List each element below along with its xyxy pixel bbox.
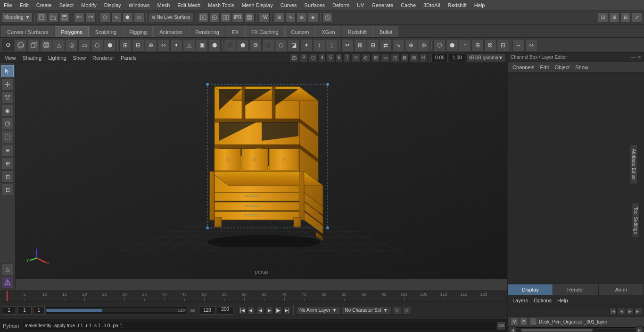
vertex-normals-btn[interactable]: ⊞ xyxy=(471,39,484,51)
paint-btn[interactable]: ⬢ xyxy=(123,12,133,23)
render-preview-btn[interactable] xyxy=(198,12,208,23)
cb-menu-object[interactable]: Object xyxy=(553,64,571,71)
marquee-btn[interactable]: ▭ xyxy=(134,12,144,23)
film-gate-btn[interactable]: ⊞ xyxy=(372,54,380,62)
step-fwd-btn[interactable]: |▶ xyxy=(274,306,282,315)
layer-playback-btn[interactable]: P xyxy=(520,318,528,325)
target-weld-btn[interactable]: ⊕ xyxy=(405,39,417,51)
tab-custom[interactable]: Custom xyxy=(285,26,315,37)
scroll-thumb[interactable] xyxy=(521,329,593,332)
viewport-menu-show[interactable]: Show xyxy=(70,54,89,62)
open-scene-btn[interactable] xyxy=(48,12,58,23)
extrude-btn[interactable]: ⬛ xyxy=(224,39,236,51)
mirror-poly-btn[interactable]: ↔ xyxy=(512,39,525,51)
lasso-btn[interactable]: ∿ xyxy=(111,12,122,23)
isolate-sel-btn[interactable]: ⊙ xyxy=(352,54,360,62)
tab-rigging[interactable]: Rigging xyxy=(123,26,153,37)
play-fwd-btn[interactable]: ▶ xyxy=(265,306,273,315)
plane-btn[interactable]: ▭ xyxy=(78,39,91,51)
redo-btn[interactable] xyxy=(85,12,96,23)
menu-modify[interactable]: Modify xyxy=(77,1,100,9)
quadrangulate-btn[interactable]: ▣ xyxy=(196,39,208,51)
end-frame-input[interactable] xyxy=(199,306,215,315)
layer-nav-last[interactable]: ▶| xyxy=(635,308,642,315)
boolean-btn[interactable]: ⊕ xyxy=(145,39,157,51)
smooth-btn[interactable]: ✦ xyxy=(170,39,182,51)
cylinder-btn[interactable] xyxy=(40,39,52,51)
step-back-btn[interactable]: ◀| xyxy=(248,306,255,315)
viewport-menu-panels[interactable]: Panels xyxy=(118,54,140,62)
camera-select-btn[interactable] xyxy=(289,54,299,62)
no-anim-layer-btn[interactable]: No Anim Layer ▼ xyxy=(296,306,340,315)
scroll-right-btn[interactable]: ▶ xyxy=(636,326,643,332)
layout-quad-btn[interactable]: ⊞ xyxy=(609,12,619,23)
extract-btn[interactable]: ⊟ xyxy=(132,39,144,51)
menu-mesh-display[interactable]: Mesh Display xyxy=(238,1,277,9)
menu-uv[interactable]: UV xyxy=(353,1,368,9)
menu-mesh[interactable]: Mesh xyxy=(153,1,173,9)
viewport-menu-view[interactable]: View xyxy=(2,54,19,62)
tab-redshift[interactable]: Redshift xyxy=(342,26,373,37)
attribute-editor-tab[interactable]: Attribute Editor xyxy=(629,145,637,184)
layout-custom-btn[interactable]: ⊟ xyxy=(620,12,631,23)
undo-btn[interactable] xyxy=(74,12,84,23)
average-normals-btn[interactable]: ⊠ xyxy=(484,39,496,51)
soft-select-btn[interactable]: ⊞ xyxy=(1,157,14,170)
save-scene-btn[interactable] xyxy=(59,12,70,23)
reduce-btn[interactable]: ⬣ xyxy=(208,39,221,51)
cb-tab-render[interactable]: Render xyxy=(553,284,598,295)
snap-grid-btn[interactable]: ⊞ xyxy=(274,12,284,23)
construction-history-btn[interactable] xyxy=(322,12,333,23)
cb-menu-edit[interactable]: Edit xyxy=(538,64,551,71)
resolution-gate-btn[interactable]: ▭ xyxy=(381,54,390,62)
char-set-settings-btn[interactable]: ⚙ xyxy=(393,306,401,315)
disk-cache-btn[interactable] xyxy=(244,12,255,23)
lasso-select-btn[interactable]: ⊕ xyxy=(1,144,14,156)
menu-3dtoall[interactable]: 3DtoAll xyxy=(420,1,444,9)
persp-ortho-btn[interactable]: P xyxy=(300,54,308,62)
obj-mask-btn[interactable]: ⬡ xyxy=(309,54,318,62)
go-to-end-btn[interactable]: ▶| xyxy=(283,306,291,315)
viewport-menu-renderer[interactable]: Renderer xyxy=(90,54,117,62)
tab-curves-surfaces[interactable]: Curves / Surfaces xyxy=(1,26,54,37)
timeline-ruler[interactable]: 5101520253035404550556065707580859095100… xyxy=(0,291,507,301)
mirror-btn[interactable]: ⇔ xyxy=(157,39,170,51)
viewport-menu-shading[interactable]: Shading xyxy=(20,54,44,62)
insert-loop-btn[interactable]: ⊞ xyxy=(354,39,366,51)
menu-curves[interactable]: Curves xyxy=(277,1,301,9)
layer-scrollbar[interactable]: ◀ ▶ xyxy=(508,327,644,332)
layers-menu-layers[interactable]: Layers xyxy=(511,297,530,304)
sym-btn[interactable]: ⇔ xyxy=(525,39,537,51)
ipr-btn[interactable]: IPR xyxy=(232,12,244,23)
menu-create[interactable]: Create xyxy=(33,1,56,9)
menu-select[interactable]: Select xyxy=(56,1,78,9)
face-normals-btn[interactable]: ↑ xyxy=(459,39,471,51)
cb-tab-display[interactable]: Display xyxy=(508,284,553,295)
go-to-start-btn[interactable]: |◀ xyxy=(239,306,246,315)
append-btn[interactable]: ⬠ xyxy=(275,39,287,51)
tab-sculpting[interactable]: Sculpting xyxy=(89,26,123,37)
poke-btn[interactable]: ✦ xyxy=(300,39,313,51)
field-chart-btn[interactable]: ⊡ xyxy=(391,54,399,62)
paint-effects-btn[interactable] xyxy=(1,91,14,104)
sculpt-tool-btn[interactable]: ⊛ xyxy=(418,39,430,51)
tab-rendering[interactable]: Rendering xyxy=(189,26,225,37)
tab-fx[interactable]: FX xyxy=(226,26,245,37)
hud-toggle-btn[interactable]: H xyxy=(419,54,427,62)
layout-single-btn[interactable]: ⊡ xyxy=(598,12,608,23)
show-hide-btn[interactable]: △ xyxy=(1,263,14,275)
layer-vis-btn[interactable]: V xyxy=(511,318,518,325)
select-tool-btn[interactable] xyxy=(1,65,14,77)
display-mode-btn[interactable]: 4 xyxy=(319,54,326,62)
transform-tool-btn[interactable]: ⊟ xyxy=(1,184,14,196)
layers-menu-options[interactable]: Options xyxy=(532,297,553,304)
menu-redshift[interactable]: Redshift xyxy=(444,1,470,9)
combine-btn[interactable]: ⊞ xyxy=(119,39,132,51)
snap-point-btn[interactable]: ⊕ xyxy=(297,12,307,23)
command-input[interactable]: makeIdentity -apply true -t 1 -r 1 -s 1 … xyxy=(22,321,497,331)
cube-btn[interactable] xyxy=(27,39,40,51)
menu-deform[interactable]: Deform xyxy=(329,1,353,9)
harden-edge-btn[interactable]: ⬢ xyxy=(446,39,458,51)
anim-settings-btn[interactable]: ⚙ xyxy=(403,306,411,315)
sphere-btn[interactable] xyxy=(15,39,27,51)
